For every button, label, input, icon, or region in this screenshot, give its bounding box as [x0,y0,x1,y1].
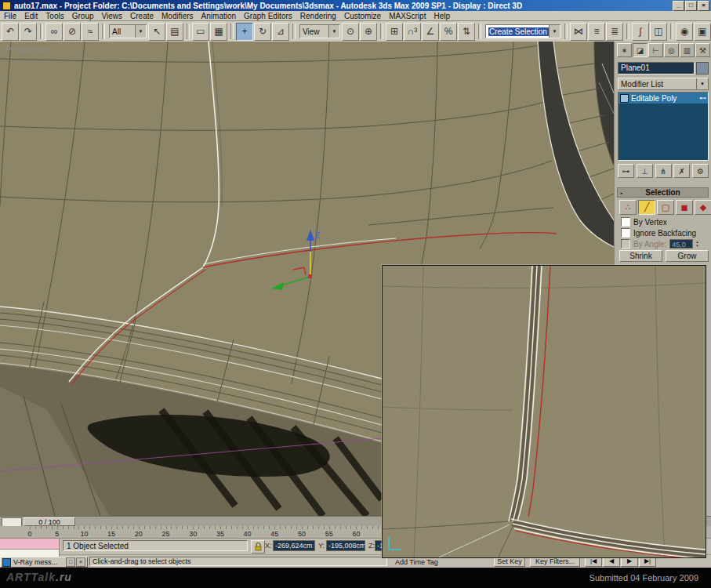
stack-toggle-icon[interactable] [620,94,629,103]
object-name-field[interactable]: Plane01 [618,62,695,74]
y-coordinate-field[interactable]: -195,008cm [326,540,365,551]
vray-minimized-window[interactable]: V-Ray mess... □ × [0,557,88,568]
ignore-backfacing-checkbox[interactable] [621,228,630,238]
z-coordinate-label: Z: [368,542,375,550]
reference-coordinate-combo[interactable]: View ▼ [299,24,340,38]
toolbar-separator [40,24,43,39]
tab-display-icon[interactable]: ▥ [680,43,695,57]
menu-rendering[interactable]: Rendering [296,12,340,20]
by-angle-checkbox[interactable] [621,239,630,249]
stack-item-editable-poly[interactable]: Editable Poly ⊷ [618,93,708,103]
rectangular-selection-region-button[interactable]: ▭ [192,23,209,41]
modifier-stack[interactable]: Editable Poly ⊷ [618,92,709,161]
selection-rollout-header[interactable]: - Selection [617,187,709,198]
maximize-button[interactable]: □ [685,1,697,11]
modifier-list-dropdown[interactable]: Modifier List ▼ [618,78,709,90]
select-by-name-button[interactable]: ▤ [166,23,183,41]
spinner-snap-button[interactable]: ⇅ [458,23,475,41]
spinner-arrows[interactable]: ▴ ▾ [696,240,698,248]
by-angle-value-field[interactable]: 45,0 [669,239,693,249]
layer-manager-button[interactable]: ≣ [606,23,623,41]
show-end-result-button[interactable]: ⊥ [637,164,653,178]
border-mode-button[interactable]: ▢ [657,200,674,215]
x-coordinate-field[interactable]: -269,624cm [273,540,315,551]
viewport-label[interactable]: Perspective [5,45,50,54]
chevron-down-icon[interactable]: ▼ [696,78,708,89]
timeline-tick-label: 20 [135,530,143,538]
menu-tools[interactable]: Tools [42,12,67,20]
use-pivot-point-center-button[interactable]: ⊙ [342,23,359,41]
vray-restore-button[interactable]: □ [66,557,75,567]
listener-macro-row[interactable] [0,539,59,550]
undo-button[interactable]: ↶ [2,23,19,41]
edge-mode-button[interactable]: ╱ [638,200,655,215]
material-editor-button[interactable]: ◉ [676,23,693,41]
lock-selection-button[interactable] [251,540,265,554]
menu-views[interactable]: Views [98,12,127,20]
percent-snap-button[interactable]: % [440,23,457,41]
timeline-tick-label: 35 [216,530,224,538]
select-and-manipulate-button[interactable]: ⊕ [360,23,377,41]
make-unique-button[interactable]: ⋔ [655,164,672,178]
minimize-button[interactable]: _ [673,1,684,11]
unlink-selection-button[interactable]: ⊘ [63,23,81,41]
menu-graph-editors[interactable]: Graph Editors [240,12,296,20]
chevron-down-icon[interactable]: ▼ [135,25,146,38]
selection-filter-combo[interactable]: All ▼ [109,24,147,38]
select-object-button[interactable]: ↖ [148,23,165,41]
keyboard-shortcut-override-button[interactable]: ⊞ [386,23,403,41]
select-and-link-button[interactable]: ∞ [45,23,63,41]
align-button[interactable]: ≡ [588,23,605,41]
angle-snap-button[interactable]: ∠ [422,23,439,41]
by-vertex-checkbox[interactable] [621,217,630,227]
menu-group[interactable]: Group [68,12,98,20]
toolbar-separator [670,24,673,39]
time-slider-handle[interactable]: 0 / 100 [24,517,75,526]
menu-modifiers[interactable]: Modifiers [158,12,198,20]
bind-to-space-warp-button[interactable]: ≈ [82,23,99,41]
render-setup-button[interactable]: ▣ [694,23,711,41]
menu-help[interactable]: Help [430,12,454,20]
close-button[interactable]: × [698,1,709,11]
vray-close-button[interactable]: × [76,557,85,567]
tab-utilities-icon[interactable]: ⚒ [695,43,710,57]
toolbar-separator [187,24,190,39]
snaps-toggle-button[interactable]: ∩³ [404,23,421,41]
tab-create-icon[interactable]: ✶ [617,43,632,57]
toolbar-separator [564,24,568,39]
select-and-rotate-button[interactable]: ↻ [254,23,271,41]
redo-button[interactable]: ↷ [20,23,37,41]
chevron-down-icon[interactable]: ▼ [549,25,560,38]
add-time-tag[interactable]: Add Time Tag [395,558,438,566]
tab-modify-icon[interactable]: ◪ [633,43,648,57]
menu-customize[interactable]: Customize [340,12,385,20]
named-selection-set-combo[interactable]: Create Selection Se ▼ [485,24,560,38]
timeline-tick-label: 10 [80,530,88,538]
schematic-view-button[interactable]: ◫ [650,23,667,41]
tab-hierarchy-icon[interactable]: ⊢ [648,43,663,57]
element-mode-button[interactable]: ◆ [695,200,711,215]
object-color-swatch[interactable] [696,62,709,74]
shrink-button[interactable]: Shrink [619,250,662,262]
menu-edit[interactable]: Edit [20,12,42,20]
menu-create[interactable]: Create [126,12,158,20]
remove-modifier-button[interactable]: ✗ [673,164,690,178]
vertex-mode-button[interactable]: ∴ [619,200,637,215]
menu-maxscript[interactable]: MAXScript [385,12,430,20]
pin-stack-button[interactable]: ⊶ [618,164,634,178]
mirror-button[interactable]: ⋈ [570,23,587,41]
configure-modifier-sets-button[interactable]: ⚙ [692,164,709,178]
window-crossing-button[interactable]: ▦ [210,23,227,41]
select-and-scale-button[interactable]: ⊿ [272,23,289,41]
curve-editor-button[interactable]: ∫ [632,23,649,41]
polygon-mode-button[interactable]: ◼ [676,200,693,215]
select-and-move-button[interactable]: + [236,23,253,41]
chevron-down-icon[interactable]: ▼ [328,25,339,38]
timeline-tick-label: 15 [107,530,115,538]
menu-file[interactable]: File [0,12,20,20]
menu-animation[interactable]: Animation [198,12,240,20]
main-toolbar: ↶ ↷ ∞ ⊘ ≈ All ▼ ↖ ▤ ▭ ▦ + ↻ ⊿ View ▼ ⊙ ⊕… [0,21,711,42]
tab-motion-icon[interactable]: ◎ [664,43,679,57]
collapse-icon[interactable]: - [620,188,622,198]
grow-button[interactable]: Grow [666,250,709,262]
